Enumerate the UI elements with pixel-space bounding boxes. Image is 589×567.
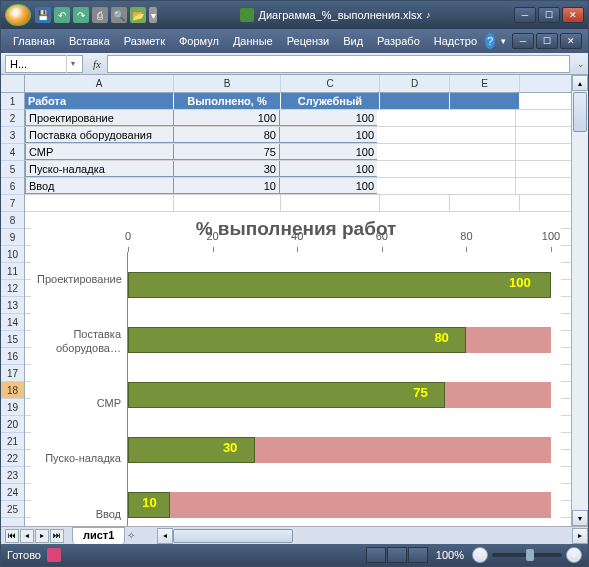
row-header-13[interactable]: 13 [1, 297, 24, 314]
table-row[interactable]: Пуско-наладка30100 [25, 161, 571, 178]
tab-developer[interactable]: Разрабо [371, 31, 426, 51]
cell[interactable] [446, 178, 516, 194]
view-normal-button[interactable] [366, 547, 386, 563]
zoom-in-button[interactable]: + [566, 547, 582, 563]
workbook-minimize-button[interactable]: ─ [512, 33, 534, 49]
col-header-A[interactable]: A [25, 75, 174, 92]
col-header-E[interactable]: E [450, 75, 520, 92]
cell[interactable]: 80 [173, 127, 280, 143]
row-header-22[interactable]: 22 [1, 450, 24, 467]
row-header-20[interactable]: 20 [1, 416, 24, 433]
tab-nav-prev-icon[interactable]: ◂ [20, 529, 34, 543]
tab-insert[interactable]: Вставка [63, 31, 116, 51]
cell[interactable] [174, 195, 281, 211]
qat-dropdown-icon[interactable]: ▾ [149, 7, 157, 23]
cell[interactable]: 10 [173, 178, 280, 194]
row-header-21[interactable]: 21 [1, 433, 24, 450]
row-header-9[interactable]: 9 [1, 229, 24, 246]
cell[interactable] [377, 178, 447, 194]
formula-expand-icon[interactable]: ⌄ [574, 59, 588, 69]
view-pagebreak-button[interactable] [408, 547, 428, 563]
zoom-level[interactable]: 100% [436, 549, 464, 561]
hscroll-thumb[interactable] [173, 529, 293, 543]
row-header-11[interactable]: 11 [1, 263, 24, 280]
table-row[interactable]: Поставка оборудования80100 [25, 127, 571, 144]
office-button[interactable] [5, 4, 31, 26]
cell[interactable]: 100 [279, 127, 378, 143]
cell[interactable]: 30 [173, 161, 280, 177]
col-header-B[interactable]: B [174, 75, 281, 92]
cell[interactable] [446, 144, 516, 160]
cell[interactable] [446, 127, 516, 143]
tab-layout[interactable]: Разметк [118, 31, 171, 51]
tab-home[interactable]: Главная [7, 31, 61, 51]
col-header-D[interactable]: D [380, 75, 450, 92]
zoom-slider[interactable] [492, 553, 562, 557]
cell[interactable]: 100 [279, 144, 378, 160]
row-header-17[interactable]: 17 [1, 365, 24, 382]
tab-addins[interactable]: Надстро [428, 31, 483, 51]
view-layout-button[interactable] [387, 547, 407, 563]
table-row[interactable] [25, 195, 571, 212]
cell[interactable] [281, 195, 380, 211]
row-header-2[interactable]: 2 [1, 110, 24, 127]
print-icon[interactable]: ⎙ [92, 7, 108, 23]
row-header-16[interactable]: 16 [1, 348, 24, 365]
row-header-6[interactable]: 6 [1, 178, 24, 195]
tab-view[interactable]: Вид [337, 31, 369, 51]
scroll-left-button[interactable]: ◂ [157, 528, 173, 544]
cell[interactable]: 100 [279, 178, 378, 194]
macro-record-icon[interactable] [47, 548, 61, 562]
row-header-25[interactable]: 25 [1, 501, 24, 518]
row-header-3[interactable]: 3 [1, 127, 24, 144]
cell[interactable]: Служебный [281, 93, 380, 109]
preview-icon[interactable]: 🔍 [111, 7, 127, 23]
table-row[interactable]: Ввод10100 [25, 178, 571, 195]
cell[interactable] [446, 110, 516, 126]
cell[interactable]: 100 [279, 161, 378, 177]
namebox-dropdown-icon[interactable]: ▾ [66, 55, 78, 73]
insert-sheet-icon[interactable]: ✧ [127, 530, 137, 541]
tab-nav-last-icon[interactable]: ⏭ [50, 529, 64, 543]
cell[interactable]: Проектирование [25, 110, 174, 126]
scroll-up-button[interactable]: ▴ [572, 75, 588, 91]
sheet-tab-active[interactable]: лист1 [72, 527, 125, 544]
minimize-button[interactable]: ─ [514, 7, 536, 23]
row-header-15[interactable]: 15 [1, 331, 24, 348]
redo-icon[interactable]: ↷ [73, 7, 89, 23]
col-header-C[interactable]: C [281, 75, 380, 92]
close-button[interactable]: ✕ [562, 7, 584, 23]
fx-icon[interactable]: fx [87, 58, 107, 70]
row-header-7[interactable]: 7 [1, 195, 24, 212]
horizontal-scrollbar[interactable]: ◂ ▸ [157, 528, 588, 544]
table-row[interactable]: РаботаВыполнено, %Служебный [25, 93, 571, 110]
cell[interactable] [380, 93, 450, 109]
row-header-14[interactable]: 14 [1, 314, 24, 331]
tab-nav-next-icon[interactable]: ▸ [35, 529, 49, 543]
workbook-restore-button[interactable]: ☐ [536, 33, 558, 49]
cell[interactable]: 100 [173, 110, 280, 126]
maximize-button[interactable]: ☐ [538, 7, 560, 23]
workbook-close-button[interactable]: ✕ [560, 33, 582, 49]
cell[interactable]: 100 [279, 110, 378, 126]
scroll-right-button[interactable]: ▸ [572, 528, 588, 544]
row-header-4[interactable]: 4 [1, 144, 24, 161]
ribbon-minimize-icon[interactable]: ▾ [501, 36, 506, 46]
cell[interactable] [25, 195, 174, 211]
name-box[interactable]: Н... ▾ [5, 55, 83, 73]
vertical-scrollbar[interactable]: ▴ ▾ [571, 75, 588, 526]
embedded-chart[interactable]: % выполнения работ ПроектированиеПоставк… [31, 212, 561, 526]
row-header-1[interactable]: 1 [1, 93, 24, 110]
tab-review[interactable]: Рецензи [281, 31, 336, 51]
cell[interactable] [377, 110, 447, 126]
open-icon[interactable]: 📂 [130, 7, 146, 23]
grid-cells[interactable]: РаботаВыполнено, %Служебный Проектирован… [25, 93, 571, 526]
row-header-24[interactable]: 24 [1, 484, 24, 501]
row-header-10[interactable]: 10 [1, 246, 24, 263]
zoom-out-button[interactable]: − [472, 547, 488, 563]
save-icon[interactable]: 💾 [35, 7, 51, 23]
help-icon[interactable]: ? [485, 33, 495, 49]
cell[interactable]: СМР [25, 144, 174, 160]
undo-icon[interactable]: ↶ [54, 7, 70, 23]
cell[interactable] [377, 127, 447, 143]
